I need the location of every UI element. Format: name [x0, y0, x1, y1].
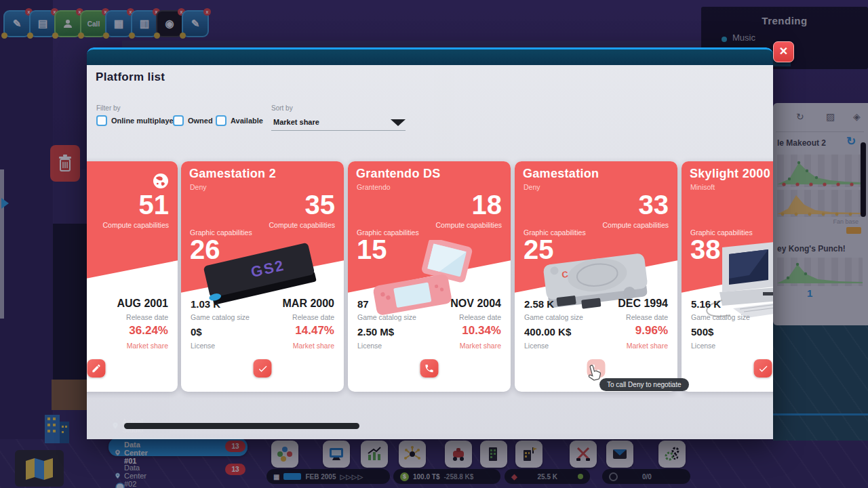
- modal-title: Platform list: [96, 70, 165, 84]
- platform-maker: Minisoft: [690, 183, 715, 191]
- gs2-console-art: GS2: [191, 241, 334, 323]
- gs1-console-art: C: [525, 240, 667, 325]
- ds-console-art: [361, 240, 497, 325]
- license-value: 400.00 K$: [524, 326, 571, 338]
- sort-dropdown-underline: [271, 130, 406, 131]
- market-share-value: 36.24%: [129, 324, 168, 338]
- license-value: 0$: [191, 326, 202, 338]
- platform-name: Gamestation 2: [189, 167, 276, 181]
- release-label: Release date: [292, 313, 334, 321]
- platform-art: GS2: [181, 241, 344, 323]
- release-value: MAR 2000: [283, 298, 334, 310]
- filter-owned-label: Owned: [188, 117, 213, 125]
- market-share-label: Market share: [460, 342, 501, 350]
- compute-label: Compute capabilities: [603, 221, 669, 229]
- catalog-label: Game catalog size: [524, 313, 583, 321]
- compute-label: Compute capabilities: [269, 221, 335, 229]
- platform-card[interactable]: 51 Compute capabilities AUG 2001 Release…: [87, 161, 178, 392]
- platform-maker: Grantendo: [357, 183, 391, 191]
- globe-icon: [152, 172, 170, 190]
- market-share-value: 9.96%: [635, 324, 668, 338]
- platform-card[interactable]: Gamestation Deny 33 Compute capabilities…: [515, 161, 677, 392]
- compute-value: 35: [305, 191, 336, 218]
- platform-art: [682, 241, 773, 323]
- phone-icon: [425, 363, 435, 373]
- compute-value: 51: [139, 191, 170, 218]
- filter-owned-checkbox[interactable]: [173, 115, 184, 126]
- negotiate-tooltip: To call Deny to negotiate: [599, 378, 689, 391]
- license-value: 500$: [691, 326, 713, 338]
- market-share-value: 14.47%: [295, 324, 334, 338]
- catalog-value: 5.16 K: [691, 298, 721, 310]
- owned-check-button[interactable]: [254, 359, 272, 378]
- release-value: AUG 2001: [117, 298, 168, 310]
- market-share-value: 10.34%: [462, 324, 501, 338]
- platform-name: Grantendo DS: [356, 167, 441, 181]
- platform-maker: Deny: [524, 183, 540, 191]
- check-icon: [757, 363, 768, 374]
- catalog-value: 1.03 K: [191, 298, 220, 310]
- catalog-value: 2.58 K: [524, 298, 554, 310]
- compute-label: Compute capabilities: [436, 221, 502, 229]
- modal-header-bar: [87, 47, 773, 65]
- market-share-label: Market share: [127, 342, 168, 350]
- filter-by-label: Filter by: [96, 104, 121, 112]
- release-label: Release date: [459, 313, 501, 321]
- platform-card[interactable]: Grantendo DS Grantendo 18 Compute capabi…: [348, 161, 511, 392]
- platform-list-modal: Platform list Filter by Online multiplay…: [87, 47, 773, 439]
- platform-name: Skylight 2000: [690, 167, 770, 181]
- chevron-down-icon[interactable]: [391, 119, 406, 126]
- catalog-label: Game catalog size: [357, 313, 416, 321]
- market-share-label: Market share: [627, 342, 668, 350]
- license-label: License: [191, 342, 215, 350]
- platform-card[interactable]: Skylight 2000 Minisoft Graphic capabilit…: [682, 161, 773, 392]
- catalog-label: Game catalog size: [191, 313, 250, 321]
- platform-art: [348, 241, 511, 323]
- close-button[interactable]: ✕: [773, 41, 794, 62]
- release-value: NOV 2004: [450, 298, 501, 310]
- license-label: License: [357, 342, 382, 350]
- filter-online-multiplayer-label: Online multiplayer: [111, 117, 176, 125]
- compute-value: 18: [472, 191, 502, 218]
- compute-value: 33: [639, 191, 669, 218]
- sort-dropdown-value[interactable]: Market share: [273, 118, 319, 126]
- platform-art: C: [515, 241, 677, 323]
- catalog-label: Game catalog size: [691, 313, 750, 321]
- filter-available-label: Available: [231, 117, 263, 125]
- edit-platform-button[interactable]: [87, 359, 106, 378]
- catalog-value: 87: [357, 298, 369, 310]
- compute-label: Compute capabilities: [103, 221, 169, 229]
- hand-cursor-icon: [586, 363, 604, 382]
- license-label: License: [691, 342, 715, 350]
- platform-card[interactable]: Gamestation 2 Deny 35 Compute capabiliti…: [181, 161, 344, 392]
- license-value: 2.50 M$: [357, 326, 394, 338]
- sort-by-label: Sort by: [271, 104, 293, 112]
- check-icon: [257, 363, 268, 374]
- license-label: License: [524, 342, 549, 350]
- horizontal-scrollbar[interactable]: [124, 423, 359, 429]
- filter-online-multiplayer-checkbox[interactable]: [96, 115, 107, 126]
- platform-name: Gamestation: [523, 167, 599, 181]
- market-share-label: Market share: [293, 342, 334, 350]
- pencil-icon: [92, 363, 102, 373]
- release-label: Release date: [626, 313, 668, 321]
- release-value: DEC 1994: [618, 298, 668, 310]
- platform-maker: Deny: [190, 183, 207, 191]
- owned-check-button[interactable]: [754, 359, 772, 378]
- filter-available-checkbox[interactable]: [216, 115, 226, 126]
- release-label: Release date: [126, 313, 168, 321]
- call-negotiate-button[interactable]: [420, 359, 439, 378]
